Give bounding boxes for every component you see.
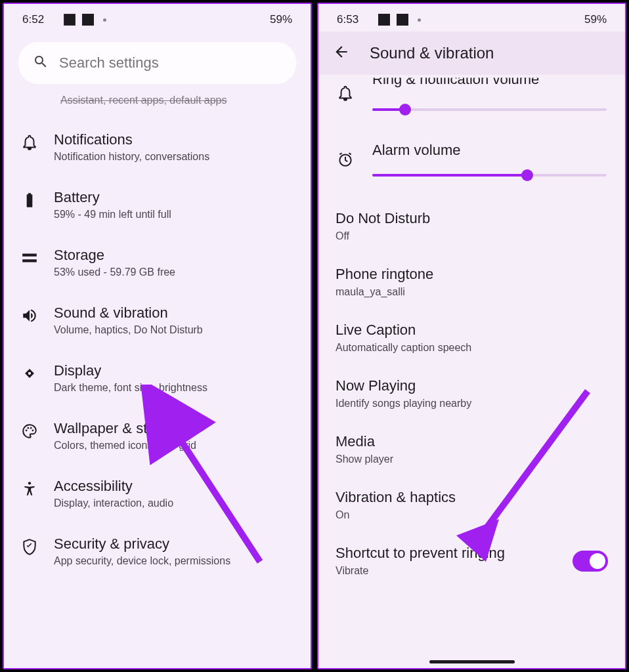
settings-list[interactable]: Assistant, recent apps, default apps Not… bbox=[4, 94, 311, 668]
brightness-icon bbox=[21, 365, 38, 382]
svg-point-1 bbox=[26, 430, 28, 432]
alarm-icon bbox=[337, 151, 354, 171]
gesture-handle[interactable] bbox=[429, 660, 515, 663]
back-button[interactable] bbox=[333, 43, 350, 63]
settings-item-security[interactable]: Security & privacy App security, device … bbox=[4, 522, 311, 580]
ring-volume-slider[interactable] bbox=[372, 105, 607, 114]
settings-item-display[interactable]: Display Dark theme, font size, brightnes… bbox=[4, 349, 311, 407]
battery-pct: 59% bbox=[270, 13, 292, 26]
svg-point-0 bbox=[28, 371, 32, 376]
row-sub: Vibrate bbox=[336, 565, 505, 577]
volume-alarm-row: Alarm volume bbox=[333, 133, 611, 198]
item-sub: Volume, haptics, Do Not Disturb bbox=[54, 324, 293, 336]
item-title: Accessibility bbox=[54, 478, 293, 495]
volume-label: Alarm volume bbox=[372, 142, 607, 159]
item-title: Display bbox=[54, 362, 293, 379]
palette-icon bbox=[21, 423, 38, 440]
row-title: Live Caption bbox=[336, 322, 608, 339]
status-bar: 6:53 59% bbox=[318, 4, 625, 32]
status-bar: 6:52 59% bbox=[4, 4, 311, 32]
svg-point-4 bbox=[32, 430, 34, 432]
row-title: Now Playing bbox=[336, 377, 608, 394]
settings-item-accessibility[interactable]: Accessibility Display, interaction, audi… bbox=[4, 465, 311, 522]
search-input[interactable] bbox=[59, 54, 282, 72]
item-title: Battery bbox=[54, 189, 293, 206]
volume-icon bbox=[21, 307, 38, 324]
item-sub: App security, device lock, permissions bbox=[54, 555, 293, 567]
row-sub: Show player bbox=[336, 453, 608, 465]
row-sub: maula_ya_salli bbox=[336, 286, 608, 298]
row-sub: Automatically caption speech bbox=[336, 342, 608, 354]
item-sub: Dark theme, font size, brightness bbox=[54, 382, 293, 394]
settings-item-battery[interactable]: Battery 59% - 49 min left until full bbox=[4, 176, 311, 234]
svg-point-5 bbox=[28, 482, 31, 484]
item-title: Storage bbox=[54, 247, 293, 264]
item-title: Notifications bbox=[54, 131, 293, 148]
row-sub: Off bbox=[336, 230, 608, 242]
item-sub: 53% used - 59.79 GB free bbox=[54, 266, 293, 278]
status-time: 6:52 bbox=[22, 13, 44, 26]
header-bar: Sound & vibration bbox=[318, 32, 625, 75]
row-title: Do Not Disturb bbox=[336, 210, 608, 227]
item-sub: Notification history, conversations bbox=[54, 151, 293, 163]
square-icon bbox=[397, 14, 408, 26]
item-sub: Display, interaction, audio bbox=[54, 497, 293, 509]
battery-full-icon bbox=[21, 192, 38, 209]
app-badge-icon bbox=[64, 14, 76, 26]
more-dot-icon bbox=[103, 18, 106, 22]
row-sub: Identify songs playing nearby bbox=[336, 398, 608, 410]
setting-vibration-haptics[interactable]: Vibration & haptics On bbox=[333, 477, 611, 533]
sound-settings-list[interactable]: Ring & notification volume Alarm volume bbox=[318, 75, 625, 668]
setting-shortcut-ringing[interactable]: Shortcut to prevent ringing Vibrate bbox=[333, 533, 611, 589]
row-sub: On bbox=[336, 509, 608, 521]
bell-outline-icon bbox=[337, 85, 354, 104]
volume-label: Ring & notification volume bbox=[372, 75, 607, 88]
item-sub: 59% - 49 min left until full bbox=[54, 209, 293, 220]
item-title: Sound & vibration bbox=[54, 304, 293, 322]
settings-item-wallpaper[interactable]: Wallpaper & style Colors, themed icons, … bbox=[4, 407, 311, 465]
settings-item-sound[interactable]: Sound & vibration Volume, haptics, Do No… bbox=[4, 291, 311, 349]
shield-icon bbox=[21, 538, 38, 555]
bell-icon bbox=[21, 134, 38, 151]
volume-ring-row: Ring & notification volume bbox=[333, 75, 611, 133]
row-title: Vibration & haptics bbox=[336, 489, 608, 506]
page-title: Sound & vibration bbox=[370, 44, 494, 62]
app-badge-icon bbox=[378, 14, 390, 26]
setting-now-playing[interactable]: Now Playing Identify songs playing nearb… bbox=[333, 366, 611, 421]
storage-icon bbox=[21, 249, 38, 266]
item-sub: Colors, themed icons, app grid bbox=[54, 440, 293, 452]
svg-point-3 bbox=[30, 427, 32, 429]
settings-item-storage[interactable]: Storage 53% used - 59.79 GB free bbox=[4, 234, 311, 291]
item-title: Wallpaper & style bbox=[54, 420, 293, 437]
truncated-item-sub: Assistant, recent apps, default apps bbox=[4, 94, 311, 118]
shortcut-toggle[interactable] bbox=[573, 551, 608, 572]
setting-live-caption[interactable]: Live Caption Automatically caption speec… bbox=[333, 310, 611, 366]
row-title: Shortcut to prevent ringing bbox=[336, 545, 505, 562]
setting-media[interactable]: Media Show player bbox=[333, 421, 611, 477]
row-title: Phone ringtone bbox=[336, 266, 608, 283]
more-dot-icon bbox=[418, 18, 421, 22]
item-title: Security & privacy bbox=[54, 536, 293, 553]
svg-point-2 bbox=[28, 427, 30, 429]
search-icon bbox=[33, 54, 49, 72]
alarm-volume-slider[interactable] bbox=[372, 171, 607, 180]
setting-ringtone[interactable]: Phone ringtone maula_ya_salli bbox=[333, 254, 611, 310]
row-title: Media bbox=[336, 433, 608, 450]
setting-dnd[interactable]: Do Not Disturb Off bbox=[333, 198, 611, 254]
accessibility-icon bbox=[21, 480, 38, 497]
status-time: 6:53 bbox=[337, 13, 358, 26]
battery-pct: 59% bbox=[584, 13, 607, 26]
square-icon bbox=[82, 14, 94, 26]
search-bar[interactable] bbox=[18, 42, 296, 84]
settings-item-notifications[interactable]: Notifications Notification history, conv… bbox=[4, 118, 311, 176]
